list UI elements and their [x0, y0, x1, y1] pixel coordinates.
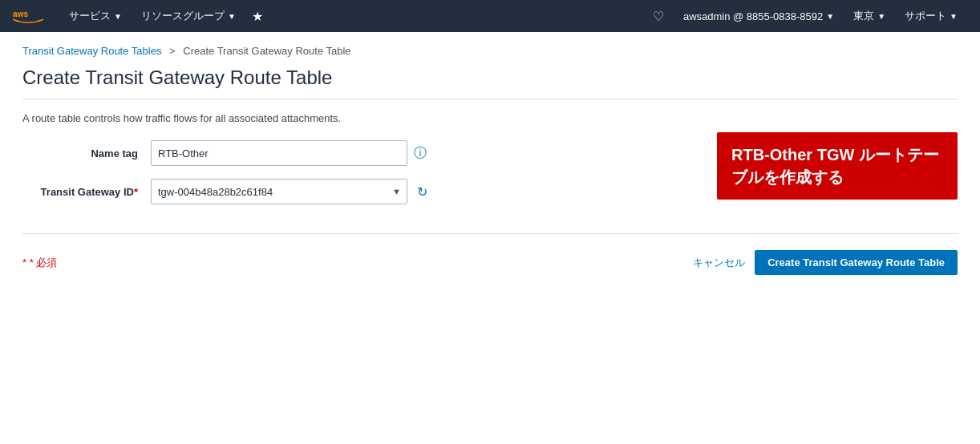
name-tag-input[interactable]	[151, 140, 407, 166]
nav-support[interactable]: サポート ▼	[895, 0, 967, 32]
breadcrumb-current: Create Transit Gateway Route Table	[183, 45, 350, 57]
transit-gateway-select-wrapper: tgw-004b48a28b2c61f84 ▼	[151, 179, 407, 204]
create-button[interactable]: Create Transit Gateway Route Table	[755, 250, 958, 275]
required-note: * * 必須	[22, 256, 57, 270]
page-title: Create Transit Gateway Route Table	[22, 67, 958, 99]
bookmark-icon[interactable]: ★	[245, 9, 269, 24]
page-description: A route table controls how traffic flows…	[22, 112, 958, 124]
top-nav: aws サービス ▼ リソースグループ ▼ ★ ♡ awsadmin @ 885…	[0, 0, 980, 32]
callout-box: RTB-Other TGW ルートテーブルを作成する	[717, 132, 958, 200]
bell-icon[interactable]: ♡	[643, 9, 674, 24]
transit-gateway-id-label: Transit Gateway ID*	[22, 186, 151, 198]
breadcrumb-separator: >	[169, 45, 176, 57]
footer-actions: キャンセル Create Transit Gateway Route Table	[693, 250, 958, 275]
cancel-link[interactable]: キャンセル	[693, 256, 745, 270]
nav-services[interactable]: サービス ▼	[59, 0, 132, 32]
main-content: Transit Gateway Route Tables > Create Tr…	[0, 32, 980, 294]
nav-resource-groups[interactable]: リソースグループ ▼	[132, 0, 245, 32]
aws-logo[interactable]: aws	[13, 6, 43, 26]
name-tag-label: Name tag	[22, 147, 151, 159]
chevron-down-icon: ▼	[950, 12, 958, 21]
nav-right: ♡ awsadmin @ 8855-0838-8592 ▼ 東京 ▼ サポート …	[643, 0, 967, 32]
nav-region[interactable]: 東京 ▼	[844, 0, 895, 32]
chevron-down-icon: ▼	[228, 12, 236, 21]
transit-gateway-id-select[interactable]: tgw-004b48a28b2c61f84	[151, 179, 407, 204]
breadcrumb: Transit Gateway Route Tables > Create Tr…	[22, 45, 958, 57]
svg-text:aws: aws	[13, 10, 28, 18]
chevron-down-icon: ▼	[826, 12, 834, 21]
refresh-button[interactable]: ↻	[414, 181, 431, 203]
info-icon[interactable]: ⓘ	[414, 145, 427, 162]
chevron-down-icon: ▼	[877, 12, 885, 21]
chevron-down-icon: ▼	[114, 12, 122, 21]
form-section: Name tag ⓘ Transit Gateway ID* tgw-004b4…	[22, 140, 958, 234]
breadcrumb-parent-link[interactable]: Transit Gateway Route Tables	[22, 45, 161, 57]
nav-user[interactable]: awsadmin @ 8855-0838-8592 ▼	[674, 0, 844, 32]
form-footer: * * 必須 キャンセル Create Transit Gateway Rout…	[22, 247, 958, 275]
